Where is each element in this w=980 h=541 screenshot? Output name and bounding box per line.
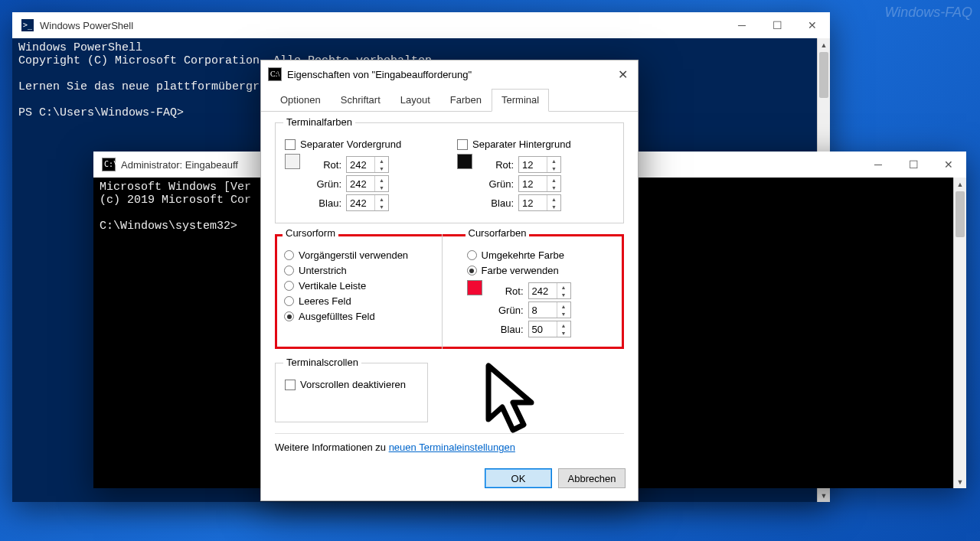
powershell-icon: >_ [21, 19, 34, 31]
chk-sep-foreground[interactable]: Separater Vordergrund [285, 139, 442, 150]
tab-schriftart[interactable]: Schriftart [331, 89, 390, 112]
scroll-down-icon[interactable]: ▼ [818, 489, 830, 502]
scroll-thumb[interactable] [956, 191, 965, 237]
tab-optionen[interactable]: Optionen [270, 89, 331, 112]
bg-swatch[interactable] [457, 154, 472, 169]
group-terminalfarben: Terminalfarben Separater Vordergrund Rot… [275, 122, 624, 223]
tab-layout[interactable]: Layout [390, 89, 440, 112]
dialog-title: Eigenschaften von "Eingabeaufforderung" [287, 69, 607, 80]
radio-vertikale-leiste[interactable]: Vertikale Leiste [284, 280, 433, 292]
cmd-icon: C:\ [269, 68, 281, 80]
cancel-button[interactable]: Abbrechen [558, 468, 626, 488]
spin-bg-g[interactable]: ▲▼ [518, 175, 561, 192]
minimize-button[interactable]: ─ [861, 152, 896, 178]
spin-bg-b[interactable]: ▲▼ [518, 194, 561, 211]
group-cursorform: Cursorform Vorgängerstil verwenden Unter… [275, 234, 443, 349]
chk-vorscrollen-deaktivieren[interactable]: Vorscrollen deaktivieren [285, 379, 418, 390]
legend-cursorform: Cursorform [283, 227, 338, 239]
legend-cursorfarben: Cursorfarben [466, 227, 530, 239]
radio-umgekehrte-farbe[interactable]: Umgekehrte Farbe [467, 249, 616, 261]
scroll-up-icon[interactable]: ▲ [818, 38, 830, 51]
label-blau: Blau: [493, 324, 524, 335]
label-blau: Blau: [311, 197, 341, 209]
properties-dialog: C:\ Eigenschaften von "Eingabeaufforderu… [260, 60, 639, 501]
radio-vorgaenger[interactable]: Vorgängerstil verwenden [284, 249, 433, 261]
more-info-line: Weitere Informationen zu neuen Terminale… [275, 442, 624, 453]
tab-strip: Optionen Schriftart Layout Farben Termin… [261, 88, 638, 112]
spin-cursor-g[interactable]: ▲▼ [528, 301, 571, 318]
scroll-down-icon[interactable]: ▼ [954, 475, 966, 488]
maximize-button[interactable]: ☐ [896, 152, 931, 178]
radio-ausgefuelltes-feld[interactable]: Ausgefülltes Feld [284, 311, 433, 322]
chk-vorscrollen-label: Vorscrollen deaktivieren [300, 379, 406, 390]
checkbox-icon [457, 139, 468, 150]
label-gruen: Grün: [493, 305, 524, 316]
label-blau: Blau: [483, 197, 514, 209]
radio-unterstrich[interactable]: Unterstrich [284, 265, 433, 276]
ok-button[interactable]: OK [485, 468, 552, 488]
ps-title: Windows PowerShell [40, 20, 724, 31]
close-button[interactable]: ✕ [931, 152, 966, 178]
spin-fg-b[interactable]: ▲▼ [346, 194, 389, 211]
tab-farben[interactable]: Farben [440, 89, 492, 112]
dialog-titlebar[interactable]: C:\ Eigenschaften von "Eingabeaufforderu… [261, 60, 638, 88]
checkbox-icon [285, 139, 296, 150]
tab-terminal[interactable]: Terminal [492, 89, 549, 112]
ps-titlebar[interactable]: >_ Windows PowerShell ─ ☐ ✕ [12, 12, 830, 38]
close-button[interactable]: ✕ [795, 12, 830, 38]
fg-swatch[interactable] [285, 154, 300, 169]
close-icon[interactable]: ✕ [607, 60, 638, 88]
spin-cursor-r[interactable]: ▲▼ [528, 282, 571, 299]
label-rot: Rot: [483, 159, 514, 171]
legend-terminalscrollen: Terminalscrollen [283, 357, 361, 368]
scrollbar[interactable]: ▲ ▼ [953, 178, 966, 488]
label-rot: Rot: [311, 159, 341, 171]
group-terminalscrollen: Terminalscrollen Vorscrollen deaktiviere… [275, 363, 428, 422]
label-gruen: Grün: [483, 178, 514, 190]
scroll-up-icon[interactable]: ▲ [954, 178, 966, 191]
checkbox-icon [285, 380, 296, 390]
radio-farbe-verwenden[interactable]: Farbe verwenden [467, 265, 616, 276]
watermark: Windows-FAQ [884, 5, 972, 21]
label-gruen: Grün: [311, 178, 341, 190]
spin-fg-g[interactable]: ▲▼ [346, 175, 389, 192]
chk-sep-fg-label: Separater Vordergrund [300, 139, 401, 150]
spin-fg-r[interactable]: ▲▼ [346, 156, 389, 173]
legend-terminalfarben: Terminalfarben [283, 116, 355, 128]
label-rot: Rot: [493, 285, 524, 297]
radio-leeres-feld[interactable]: Leeres Feld [284, 295, 433, 307]
spin-cursor-b[interactable]: ▲▼ [528, 321, 571, 337]
cursor-swatch[interactable] [467, 280, 482, 295]
cmd-icon: C:\ [103, 158, 115, 171]
spin-bg-r[interactable]: ▲▼ [518, 156, 561, 173]
scroll-thumb[interactable] [819, 52, 828, 98]
minimize-button[interactable]: ─ [724, 12, 760, 38]
maximize-button[interactable]: ☐ [760, 12, 795, 38]
link-terminal-settings[interactable]: neuen Terminaleinstellungen [389, 442, 515, 453]
chk-sep-bg-label: Separater Hintergrund [472, 139, 571, 150]
chk-sep-background[interactable]: Separater Hintergrund [457, 139, 614, 150]
group-cursorfarben: Cursorfarben Umgekehrte Farbe Farbe verw… [458, 234, 625, 349]
